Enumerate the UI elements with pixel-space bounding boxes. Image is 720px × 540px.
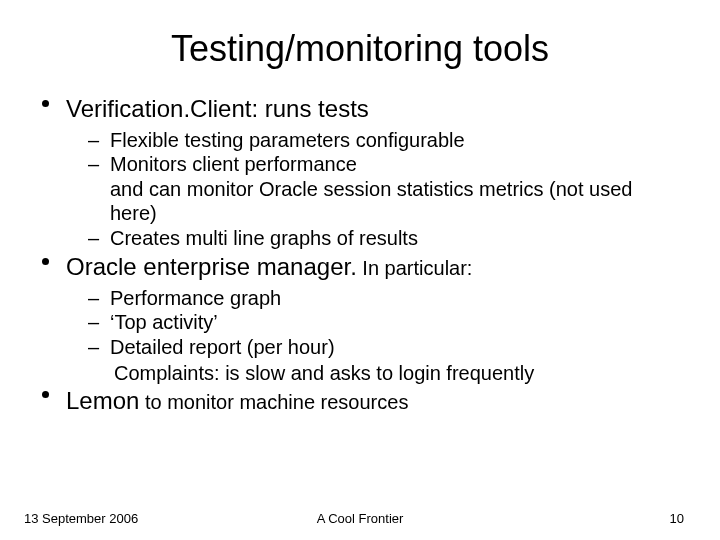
sub-list-item: –Creates multi line graphs of results (86, 226, 684, 250)
sub-item-text: Monitors client performance (110, 153, 357, 175)
sub-item-text: Flexible testing parameters configurable (110, 129, 465, 151)
sub-item-text: and can monitor Oracle session statistic… (110, 178, 632, 224)
sub-list-item: –Detailed report (per hour) (86, 335, 684, 359)
dash-icon: – (88, 128, 99, 152)
sub-list-item: –‘Top activity’ (86, 310, 684, 334)
list-item: Verification.Client: runs tests–Flexible… (36, 94, 684, 250)
dash-icon: – (88, 226, 99, 250)
dash-icon: – (88, 152, 99, 176)
item-text: Verification.Client: runs tests (66, 95, 369, 122)
sub-item-text: Creates multi line graphs of results (110, 227, 418, 249)
dash-icon: – (88, 310, 99, 334)
item-text: Lemon (66, 387, 139, 414)
item-suffix: In particular: (357, 257, 473, 279)
dash-icon: – (88, 286, 99, 310)
bullet-icon (42, 391, 49, 398)
item-line: Lemon to monitor machine resources (66, 386, 684, 416)
bullet-list: Verification.Client: runs tests–Flexible… (36, 94, 684, 416)
slide: Testing/monitoring tools Verification.Cl… (0, 0, 720, 540)
trailing-text: Complaints: is slow and asks to login fr… (114, 361, 684, 385)
list-item: Lemon to monitor machine resources (36, 386, 684, 416)
sub-list: –Flexible testing parameters configurabl… (86, 128, 684, 250)
item-suffix: to monitor machine resources (139, 391, 408, 413)
dash-icon: – (88, 335, 99, 359)
sub-item-text: Performance graph (110, 287, 281, 309)
footer: 13 September 2006 A Cool Frontier 10 (0, 511, 720, 526)
sub-list-item: –Performance graph (86, 286, 684, 310)
item-text: Oracle enterprise manager. (66, 253, 357, 280)
sub-item-text: ‘Top activity’ (110, 311, 218, 333)
bullet-icon (42, 100, 49, 107)
sub-list-item: –Monitors client performanceand can moni… (86, 152, 684, 225)
sub-list: –Performance graph–‘Top activity’–Detail… (86, 286, 684, 359)
footer-center: A Cool Frontier (0, 511, 720, 526)
sub-list-item: –Flexible testing parameters configurabl… (86, 128, 684, 152)
item-line: Oracle enterprise manager. In particular… (66, 252, 684, 282)
list-item: Oracle enterprise manager. In particular… (36, 252, 684, 386)
item-line: Verification.Client: runs tests (66, 94, 684, 124)
bullet-icon (42, 258, 49, 265)
slide-title: Testing/monitoring tools (36, 28, 684, 70)
sub-item-text: Detailed report (per hour) (110, 336, 335, 358)
